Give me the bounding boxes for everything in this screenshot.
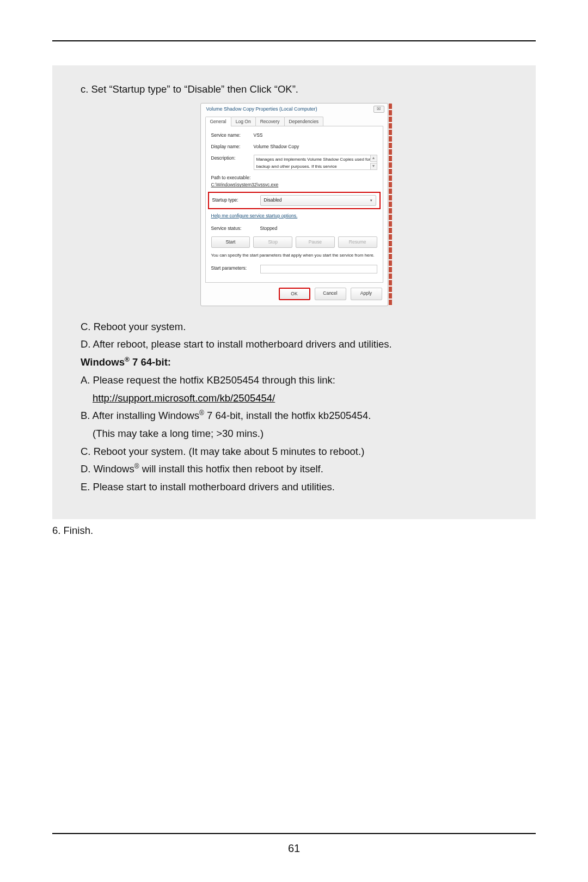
step-6-finish: 6. Finish. — [52, 525, 536, 537]
registered-symbol: ® — [125, 356, 130, 363]
page-number: 61 — [0, 842, 588, 855]
description-label: Description: — [211, 155, 254, 162]
stop-button: Stop — [253, 236, 292, 248]
chevron-down-icon: ▾ — [370, 198, 372, 204]
instruction-grey-box: c. Set “Startup type” to “Disable” then … — [52, 65, 536, 519]
scroll-up-icon[interactable]: ▲ — [370, 155, 377, 162]
top-rule — [52, 40, 536, 41]
display-name-value: Volume Shadow Copy — [254, 143, 377, 150]
tab-content-general: Service name: VSS Display name: Volume S… — [205, 126, 383, 283]
description-box: Manages and implements Volume Shadow Cop… — [254, 155, 377, 170]
description-text: Manages and implements Volume Shadow Cop… — [256, 157, 371, 168]
close-icon[interactable]: ☒ — [373, 106, 384, 113]
service-name-label: Service name: — [211, 132, 254, 139]
service-status-value: Stopped — [260, 225, 377, 232]
win7-step-a: A. Please request the hotfix KB2505454 t… — [81, 373, 507, 388]
properties-dialog: Volume Shadow Copy Properties (Local Com… — [200, 103, 388, 306]
start-params-input[interactable] — [260, 265, 377, 273]
step-d-after-reboot: D. After reboot, please start to install… — [81, 337, 507, 352]
startup-type-select[interactable]: Disabled ▾ — [260, 195, 376, 205]
step-c-reboot: C. Reboot your system. — [81, 319, 507, 335]
win7-heading: Windows® 7 64-bit: — [81, 355, 507, 370]
path-label: Path to executable: — [211, 174, 377, 181]
ok-button[interactable]: OK — [279, 288, 310, 300]
dialog-title: Volume Shadow Copy Properties (Local Com… — [206, 106, 317, 113]
startup-type-value: Disabled — [264, 197, 282, 204]
win7-heading-pre: Windows — [81, 356, 125, 368]
start-params-note: You can specify the start parameters tha… — [211, 252, 377, 259]
win7-d-post: will install this hotfix then reboot by … — [139, 464, 323, 475]
tab-dependencies[interactable]: Dependencies — [284, 117, 323, 126]
win7-step-b: B. After installing Windows® 7 64-bit, i… — [81, 408, 507, 424]
display-name-label: Display name: — [211, 143, 254, 150]
win7-step-c: C. Reboot your system. (It may take abou… — [81, 444, 507, 460]
configure-link[interactable]: Help me configure service startup option… — [211, 212, 377, 220]
start-params-label: Start parameters: — [211, 265, 260, 272]
path-value: C:\Windows\system32\vssvc.exe — [211, 181, 377, 188]
step-c-sub: c. Set “Startup type” to “Disable” then … — [81, 82, 507, 98]
tab-recovery[interactable]: Recovery — [255, 117, 285, 126]
cancel-button[interactable]: Cancel — [315, 288, 346, 300]
win7-step-e: E. Please start to install motherboard d… — [81, 479, 507, 495]
tab-logon[interactable]: Log On — [231, 117, 256, 126]
bottom-rule — [52, 833, 536, 834]
service-name-value: VSS — [254, 132, 377, 139]
tab-strip: General Log On Recovery Dependencies — [201, 114, 388, 126]
start-button[interactable]: Start — [211, 236, 250, 248]
registered-symbol: ® — [199, 409, 204, 417]
resume-button: Resume — [338, 236, 377, 248]
startup-type-highlight: Startup type: Disabled ▾ — [208, 192, 381, 209]
registered-symbol: ® — [134, 463, 139, 470]
startup-type-label: Startup type: — [212, 197, 252, 204]
scroll-down-icon[interactable]: ▼ — [370, 163, 377, 169]
win7-step-d: D. Windows® will install this hotfix the… — [81, 461, 507, 477]
win7-b-post: 7 64-bit, install the hotfix kb2505454. — [204, 410, 371, 421]
dialog-right-strip — [389, 104, 392, 306]
win7-b-pre: B. After installing Windows — [81, 410, 199, 421]
win7-d-pre: D. Windows — [81, 464, 134, 475]
tab-general[interactable]: General — [205, 117, 231, 126]
service-status-label: Service status: — [211, 225, 260, 232]
pause-button: Pause — [296, 236, 335, 248]
apply-button[interactable]: Apply — [351, 288, 382, 300]
win7-step-b2: (This may take a long time; >30 mins.) — [81, 426, 507, 442]
win7-heading-post: 7 64-bit: — [130, 356, 171, 368]
hotfix-link[interactable]: http://support.microsoft.com/kb/2505454/ — [93, 392, 275, 404]
